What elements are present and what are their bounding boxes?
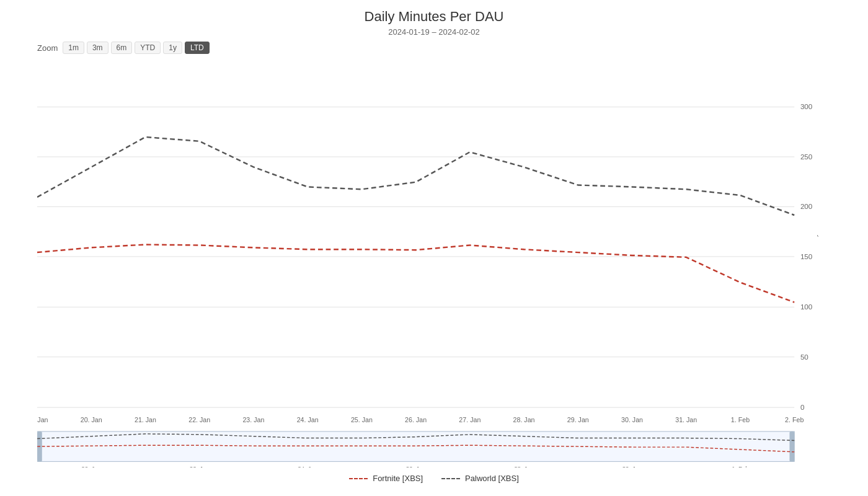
zoom-ytd-button[interactable]: YTD bbox=[135, 42, 161, 54]
svg-text:0: 0 bbox=[800, 403, 805, 411]
fortnite-line bbox=[37, 244, 794, 302]
svg-text:26. Jan: 26. Jan bbox=[406, 465, 426, 467]
svg-text:22. Jan: 22. Jan bbox=[188, 416, 210, 423]
chart-container: Daily Minutes Per DAU 2024-01-19 – 2024-… bbox=[0, 0, 868, 496]
svg-text:30. Jan: 30. Jan bbox=[621, 416, 643, 423]
zoom-1m-button[interactable]: 1m bbox=[63, 42, 84, 54]
svg-text:24. Jan: 24. Jan bbox=[297, 416, 319, 423]
svg-text:21. Jan: 21. Jan bbox=[135, 416, 156, 423]
svg-text:19. Jan: 19. Jan bbox=[37, 416, 48, 423]
svg-text:30. Jan: 30. Jan bbox=[622, 465, 642, 467]
svg-text:31. Jan: 31. Jan bbox=[675, 416, 697, 423]
zoom-ltd-button[interactable]: LTD bbox=[185, 42, 210, 54]
svg-text:28. Jan: 28. Jan bbox=[513, 416, 535, 423]
svg-text:28. Jan: 28. Jan bbox=[514, 465, 534, 467]
svg-text:1. Feb: 1. Feb bbox=[731, 416, 750, 423]
svg-text:1. Feb: 1. Feb bbox=[732, 465, 748, 467]
legend-palworld: Palworld [XBS] bbox=[441, 474, 519, 483]
svg-text:20. Jan: 20. Jan bbox=[81, 465, 101, 467]
svg-text:150: 150 bbox=[800, 252, 813, 260]
svg-rect-37 bbox=[37, 432, 794, 461]
chart-subtitle: 2024-01-19 – 2024-02-02 bbox=[12, 27, 856, 37]
legend: Fortnite [XBS] Palworld [XBS] bbox=[12, 474, 856, 483]
svg-text:2. Feb: 2. Feb bbox=[785, 416, 804, 423]
zoom-1y-button[interactable]: 1y bbox=[163, 42, 182, 54]
palworld-legend-line bbox=[441, 478, 460, 479]
zoom-label: Zoom bbox=[37, 43, 58, 53]
chart-title: Daily Minutes Per DAU bbox=[12, 9, 856, 25]
svg-text:200: 200 bbox=[800, 202, 813, 210]
zoom-3m-button[interactable]: 3m bbox=[87, 42, 108, 54]
svg-rect-39 bbox=[789, 432, 794, 461]
legend-fortnite: Fortnite [XBS] bbox=[349, 474, 423, 483]
svg-text:100: 100 bbox=[800, 303, 813, 311]
fortnite-legend-line bbox=[349, 478, 368, 479]
svg-text:22. Jan: 22. Jan bbox=[190, 465, 210, 467]
svg-text:50: 50 bbox=[800, 353, 808, 361]
palworld-line bbox=[37, 137, 794, 215]
zoom-6m-button[interactable]: 6m bbox=[111, 42, 133, 54]
svg-text:27. Jan: 27. Jan bbox=[459, 416, 480, 423]
svg-text:26. Jan: 26. Jan bbox=[405, 416, 427, 423]
svg-text:250: 250 bbox=[800, 153, 813, 161]
chart-svg: 300 250 200 150 100 50 0 300 250 200 150… bbox=[37, 59, 818, 467]
palworld-legend-label: Palworld [XBS] bbox=[465, 474, 519, 483]
svg-text:Daily Minutes Per DAU: Daily Minutes Per DAU bbox=[817, 223, 818, 291]
fortnite-legend-label: Fortnite [XBS] bbox=[373, 474, 423, 483]
svg-text:20. Jan: 20. Jan bbox=[81, 416, 102, 423]
svg-text:29. Jan: 29. Jan bbox=[567, 416, 589, 423]
svg-text:300: 300 bbox=[800, 102, 813, 110]
svg-text:24. Jan: 24. Jan bbox=[298, 465, 317, 467]
svg-text:23. Jan: 23. Jan bbox=[242, 416, 264, 423]
zoom-controls: Zoom 1m 3m 6m YTD 1y LTD bbox=[37, 42, 856, 54]
main-chart-area: 300 250 200 150 100 50 0 300 250 200 150… bbox=[37, 59, 818, 470]
svg-text:25. Jan: 25. Jan bbox=[351, 416, 373, 423]
